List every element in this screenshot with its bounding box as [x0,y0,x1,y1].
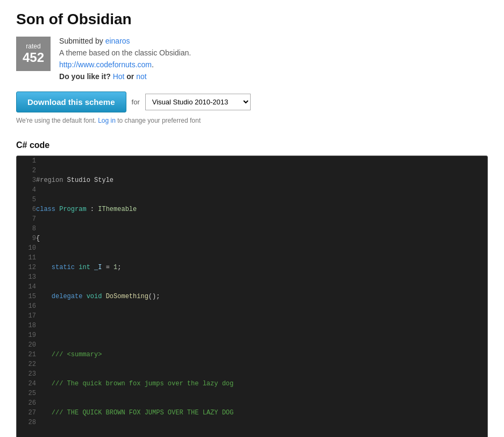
description-text: A theme based on the classic Obsidian. [59,48,191,57]
code-block: 1 2 3 4 5 6 7 8 9 10 11 12 13 14 15 16 1… [16,156,488,437]
font-note-line: We're using the default font. Log in to … [16,117,488,124]
page-title: Son of Obsidian [16,11,488,28]
submitted-by-line: Submitted by einaros [59,37,191,45]
meta-info: Submitted by einaros A theme based on th… [59,37,191,81]
code-table: 1 2 3 4 5 6 7 8 9 10 11 12 13 14 15 16 1… [17,156,487,437]
meta-section: rated 452 Submitted by einaros A theme b… [16,37,488,81]
website-link[interactable]: http://www.codefornuts.com [59,60,152,69]
like-label: Do you like it? [59,72,111,81]
download-button[interactable]: Download this scheme [16,91,126,112]
download-section: Download this scheme for Visual Studio 2… [16,91,488,112]
line-numbers: 1 2 3 4 5 6 7 8 9 10 11 12 13 14 15 16 1… [17,156,36,437]
font-change-text: to change your preferred font [117,117,201,124]
like-line: Do you like it? Hot or not [59,72,191,81]
font-note-text: We're using the default font. [16,117,96,124]
submitted-by-text: Submitted by [59,37,105,45]
code-section-title: C# code [16,140,488,150]
rating-badge: rated 452 [16,37,51,71]
not-link[interactable]: not [136,72,146,81]
code-content: #region Studio Style class Program : ITh… [36,156,487,437]
author-link[interactable]: einaros [105,37,130,45]
ide-select[interactable]: Visual Studio 2010-2013 Visual Studio 20… [145,94,251,110]
website-url-line: http://www.codefornuts.com. [59,60,191,69]
rated-label: rated [26,43,40,50]
login-link[interactable]: Log in [98,117,116,124]
table-row: 1 2 3 4 5 6 7 8 9 10 11 12 13 14 15 16 1… [17,156,487,437]
for-label: for [132,98,140,106]
rating-number: 452 [23,50,44,66]
hot-link[interactable]: Hot [113,72,125,81]
or-label: or [126,72,134,81]
